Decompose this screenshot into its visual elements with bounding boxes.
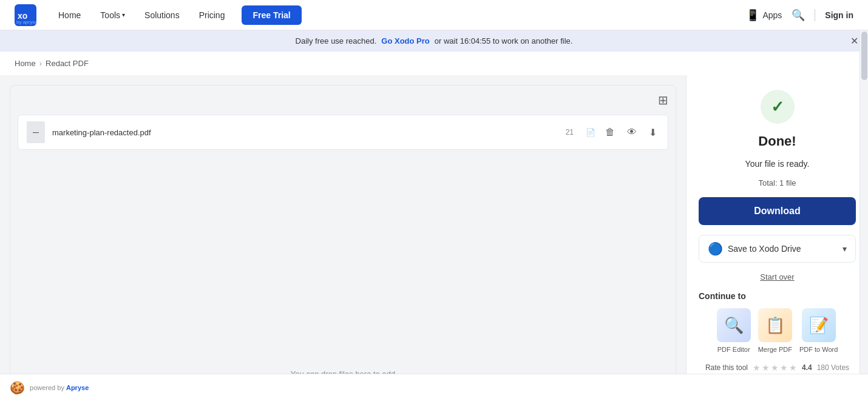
pdf-editor-label: PDF Editor [717, 346, 750, 353]
scrollbar-thumb[interactable] [861, 32, 867, 80]
left-panel: ⊞ — marketing-plan-redacted.pdf 21 📄 🗑 👁… [0, 75, 686, 401]
merge-pdf-tool[interactable]: 📋 Merge PDF [758, 308, 792, 353]
file-list: — marketing-plan-redacted.pdf 21 📄 🗑 👁 ⬇ [18, 115, 668, 345]
promo-banner: Daily free use reached. Go Xodo Pro or w… [0, 30, 868, 52]
main-layout: ⊞ — marketing-plan-redacted.pdf 21 📄 🗑 👁… [0, 75, 868, 401]
save-xodo-chevron-icon: ▾ [843, 244, 847, 254]
search-button[interactable]: 🔍 [792, 8, 805, 22]
star-4[interactable]: ★ [780, 363, 788, 372]
save-to-xodo-button[interactable]: 🔵 Save to Xodo Drive ▾ [699, 235, 856, 263]
star-2[interactable]: ★ [762, 363, 770, 372]
tool-container: ⊞ — marketing-plan-redacted.pdf 21 📄 🗑 👁… [10, 85, 676, 401]
file-item: — marketing-plan-redacted.pdf 21 📄 🗑 👁 ⬇ [18, 115, 668, 150]
navbar-right: 📱 Apps 🔍 Sign in [746, 8, 853, 22]
pdf-to-word-tool[interactable]: 📝 PDF to Word [799, 308, 838, 353]
svg-text:by apryse: by apryse [16, 19, 36, 25]
nav-links: Home Tools ▾ Solutions Pricing Free Tria… [51, 5, 302, 25]
preview-file-button[interactable]: 👁 [625, 124, 639, 140]
nav-pricing[interactable]: Pricing [192, 7, 232, 24]
merge-pdf-icon: 📋 [758, 308, 792, 342]
breadcrumb: Home › Redact PDF [0, 52, 868, 75]
rating-row: Rate this tool ★ ★ ★ ★ ★ 4.4 180 Votes [705, 363, 849, 372]
file-actions: 🗑 👁 ⬇ [603, 124, 659, 141]
breadcrumb-home[interactable]: Home [15, 59, 36, 68]
apryse-link[interactable]: Apryse [66, 384, 89, 391]
logo-icon: xo by apryse [15, 4, 36, 26]
done-title: Done! [758, 133, 796, 149]
pdf-to-word-label: PDF to Word [799, 346, 838, 353]
cookie-icon: 🍪 [10, 380, 25, 395]
go-pro-link[interactable]: Go Xodo Pro [381, 36, 429, 45]
delete-file-button[interactable]: 🗑 [603, 124, 617, 140]
star-rating[interactable]: ★ ★ ★ ★ ★ [753, 363, 797, 372]
result-panel: ✓ Done! Your file is ready. Total: 1 fil… [686, 75, 868, 401]
file-thumbnail: — [27, 121, 45, 143]
rating-votes: 180 Votes [817, 363, 849, 372]
rating-score: 4.4 [802, 363, 812, 372]
nav-solutions[interactable]: Solutions [137, 7, 187, 24]
download-button[interactable]: Download [699, 197, 856, 225]
navbar: xo by apryse Home Tools ▾ Solutions Pric… [0, 0, 868, 30]
nav-home[interactable]: Home [51, 7, 88, 24]
continue-tools: 🔍 PDF Editor 📋 Merge PDF 📝 PDF to Word [699, 308, 856, 353]
xodo-drive-icon: 🔵 [708, 241, 723, 256]
nav-tools-dropdown[interactable]: Tools ▾ [93, 7, 132, 24]
file-pages: 21 [566, 128, 574, 136]
banner-close-button[interactable]: ✕ [850, 35, 858, 47]
cookie-banner: 🍪 powered by Apryse [0, 374, 868, 401]
rate-tool-label: Rate this tool [705, 363, 748, 372]
file-name: marketing-plan-redacted.pdf [52, 128, 558, 137]
chevron-down-icon: ▾ [122, 12, 125, 18]
pdf-to-word-icon: 📝 [802, 308, 836, 342]
file-ready-label: Your file is ready. [745, 159, 810, 169]
done-icon: ✓ [761, 90, 795, 124]
start-over-link[interactable]: Start over [760, 272, 794, 281]
total-label: Total: 1 file [758, 178, 796, 187]
banner-suffix: or wait 16:04:55 to work on another file… [435, 36, 573, 45]
breadcrumb-current: Redact PDF [46, 59, 89, 68]
star-1[interactable]: ★ [753, 363, 761, 372]
continue-section: Continue to 🔍 PDF Editor 📋 Merge PDF [699, 291, 856, 353]
scrollbar-track [860, 30, 868, 401]
tablet-icon: 📱 [746, 8, 759, 22]
apps-button[interactable]: 📱 Apps [746, 8, 782, 22]
free-trial-button[interactable]: Free Trial [242, 5, 301, 25]
grid-view-icon[interactable]: ⊞ [658, 93, 668, 107]
star-3[interactable]: ★ [771, 363, 779, 372]
pdf-editor-tool[interactable]: 🔍 PDF Editor [717, 308, 751, 353]
nav-divider [815, 9, 815, 21]
breadcrumb-separator: › [39, 59, 42, 68]
pdf-editor-icon: 🔍 [717, 308, 751, 342]
signin-button[interactable]: Sign in [825, 10, 853, 20]
logo[interactable]: xo by apryse [15, 4, 36, 26]
download-file-button[interactable]: ⬇ [646, 124, 659, 141]
page-icon: 📄 [586, 128, 595, 137]
continue-title: Continue to [699, 291, 856, 301]
save-xodo-label: Save to Xodo Drive [728, 244, 801, 254]
star-5[interactable]: ★ [789, 363, 797, 372]
tool-header: ⊞ [18, 93, 668, 107]
merge-pdf-label: Merge PDF [758, 346, 792, 353]
cookie-text: powered by Apryse [30, 384, 89, 391]
banner-prefix: Daily free use reached. [296, 36, 377, 45]
